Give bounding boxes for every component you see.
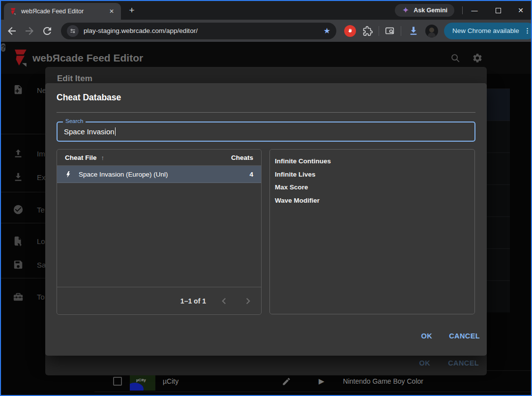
text-caret bbox=[115, 127, 116, 136]
tab-close-icon[interactable]: ✕ bbox=[107, 7, 116, 16]
cheat-list-panel: Infinite Continues Infinite Lives Max Sc… bbox=[269, 149, 475, 314]
previous-page-chevron-icon[interactable] bbox=[219, 296, 230, 306]
reload-button[interactable] bbox=[41, 25, 53, 37]
import-upload-icon bbox=[13, 148, 24, 159]
back-button[interactable] bbox=[6, 25, 18, 37]
webrcade-page: webЯcade Feed Editor ? Ne Im Ex bbox=[1, 42, 531, 395]
chrome-update-label: New Chrome available bbox=[452, 27, 519, 34]
background-table-cell bbox=[487, 248, 510, 280]
cheat-list-item: Wave Modifier bbox=[275, 194, 470, 208]
background-table-cell bbox=[487, 89, 510, 121]
browser-titlebar: webЯcade Feed Editor ✕ + Ask Gemini — ✕ bbox=[1, 1, 531, 20]
background-table-cell bbox=[487, 121, 510, 152]
app-search-icon[interactable] bbox=[450, 53, 461, 63]
bookmark-star-icon[interactable]: ★ bbox=[324, 26, 330, 35]
cheat-dialog-title: Cheat Database bbox=[57, 92, 121, 103]
sidebar-label: Im bbox=[37, 150, 45, 158]
cancel-button[interactable]: CANCEL bbox=[449, 332, 480, 340]
row-item-name: µCity bbox=[163, 377, 227, 385]
table-pagination: 1–1 of 1 bbox=[57, 287, 261, 314]
background-table-cell bbox=[487, 184, 510, 216]
cheat-list-item: Max Score bbox=[275, 181, 470, 194]
background-table-cell bbox=[487, 216, 510, 248]
sidebar-label: To bbox=[37, 293, 45, 301]
export-download-icon bbox=[13, 172, 24, 183]
sort-ascending-icon[interactable]: ↑ bbox=[101, 154, 105, 161]
edit-item-ok-button[interactable]: OK bbox=[419, 359, 431, 367]
row-checkbox[interactable] bbox=[113, 377, 122, 386]
window-maximize-button[interactable] bbox=[490, 4, 506, 16]
cheat-file-table: Cheat File ↑ Cheats Space Invasion (Euro… bbox=[57, 149, 262, 315]
next-page-chevron-icon[interactable] bbox=[242, 296, 253, 306]
profile-avatar[interactable] bbox=[425, 25, 438, 37]
edit-item-title: Edit Item bbox=[57, 74, 92, 84]
toolbar-separator bbox=[379, 26, 379, 36]
load-file-icon bbox=[13, 236, 24, 246]
play-icon[interactable]: ▶ bbox=[319, 377, 325, 386]
tab-title: webЯcade Feed Editor bbox=[21, 8, 103, 15]
edit-item-actions: OK CANCEL bbox=[419, 359, 479, 367]
thumbnail-water-shape bbox=[130, 383, 144, 391]
cheat-count: 4 bbox=[249, 171, 253, 178]
ok-button[interactable]: OK bbox=[421, 332, 433, 340]
cheat-database-dialog: Cheat Database Search Space Invasion Che… bbox=[45, 83, 487, 356]
column-header-cheats[interactable]: Cheats bbox=[231, 154, 253, 161]
site-info-icon[interactable] bbox=[67, 25, 79, 37]
search-field[interactable]: Search Space Invasion bbox=[57, 122, 475, 142]
titlebar-separator bbox=[462, 6, 463, 14]
save-floppy-icon bbox=[13, 259, 24, 270]
sidebar-label: Te bbox=[37, 206, 45, 214]
background-table-cell bbox=[487, 280, 510, 312]
background-table-column bbox=[487, 89, 510, 317]
tab-search-icon[interactable] bbox=[384, 26, 395, 36]
row-system-name: Nintendo Game Boy Color bbox=[343, 377, 423, 385]
new-file-icon bbox=[13, 85, 24, 95]
toolbox-icon bbox=[13, 291, 24, 302]
toolbar-separator-2 bbox=[401, 26, 401, 36]
cheat-list-item: Infinite Continues bbox=[275, 155, 470, 168]
edit-pencil-icon[interactable] bbox=[282, 377, 291, 386]
forward-button[interactable] bbox=[24, 25, 35, 37]
update-menu-dots-icon[interactable]: ⋮ bbox=[524, 28, 531, 34]
window-close-button[interactable]: ✕ bbox=[512, 4, 529, 16]
webrcade-logo-icon bbox=[10, 48, 30, 67]
browser-window: webЯcade Feed Editor ✕ + Ask Gemini — ✕ bbox=[0, 0, 532, 396]
window-minimize-button[interactable]: — bbox=[466, 4, 483, 16]
adblocker-extension-icon[interactable] bbox=[344, 25, 356, 37]
sidebar-label: Ex bbox=[37, 173, 46, 182]
browser-toolbar: play-staging.webrcade.com/app/editor/ ★ … bbox=[1, 20, 531, 42]
tab-favicon-webrcade-logo-icon bbox=[9, 7, 17, 15]
address-bar[interactable]: play-staging.webrcade.com/app/editor/ ★ bbox=[61, 23, 336, 39]
column-header-cheat-file[interactable]: Cheat File bbox=[65, 154, 97, 161]
background-table-cell bbox=[487, 152, 510, 184]
url-text[interactable]: play-staging.webrcade.com/app/editor/ bbox=[84, 27, 319, 34]
cheat-dialog-actions: OK CANCEL bbox=[421, 332, 480, 340]
cheat-list-item: Infinite Lives bbox=[275, 168, 470, 182]
lightning-bolt-icon bbox=[65, 171, 72, 178]
chrome-update-button[interactable]: New Chrome available ⋮ bbox=[444, 23, 532, 39]
browser-tab[interactable]: webЯcade Feed Editor ✕ bbox=[4, 3, 121, 20]
ask-gemini-button[interactable]: Ask Gemini bbox=[395, 4, 454, 17]
search-input[interactable]: Space Invasion bbox=[64, 122, 116, 141]
gemini-spark-icon bbox=[402, 6, 410, 14]
thumbnail-label: µCity bbox=[136, 378, 146, 382]
app-settings-gear-icon[interactable] bbox=[472, 53, 483, 63]
extensions-icon[interactable] bbox=[362, 26, 373, 36]
table-header-row: Cheat File ↑ Cheats bbox=[57, 150, 261, 166]
cheat-file-name: Space Invasion (Europe) (Unl) bbox=[79, 171, 168, 178]
edit-item-cancel-button[interactable]: CANCEL bbox=[448, 359, 479, 367]
maximize-icon bbox=[496, 8, 501, 13]
new-tab-button[interactable]: + bbox=[126, 5, 138, 17]
pagination-range: 1–1 of 1 bbox=[180, 297, 206, 305]
ask-gemini-label: Ask Gemini bbox=[414, 7, 447, 14]
sidebar-label: Sa bbox=[37, 261, 46, 269]
app-help-icon[interactable]: ? bbox=[1, 43, 5, 52]
dialog-divider bbox=[57, 112, 475, 113]
table-row-selected[interactable]: Space Invasion (Europe) (Unl) 4 bbox=[57, 166, 261, 183]
check-circle-icon bbox=[13, 204, 24, 215]
sidebar-label: Lo bbox=[37, 237, 45, 245]
downloads-icon[interactable] bbox=[408, 25, 419, 37]
